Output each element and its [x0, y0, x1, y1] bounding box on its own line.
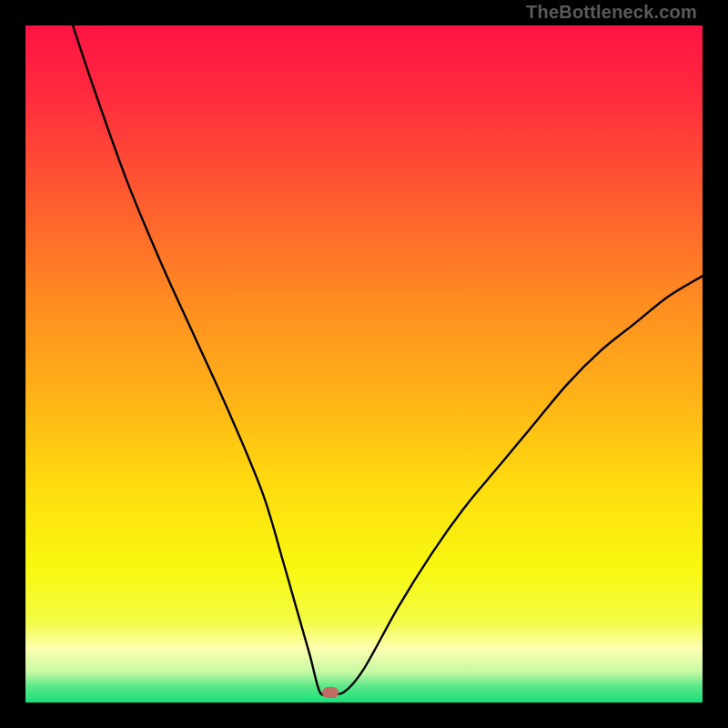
curve-layer: [25, 25, 703, 703]
optimum-marker: [322, 687, 339, 698]
chart-frame: TheBottleneck.com: [0, 0, 728, 728]
watermark-text: TheBottleneck.com: [526, 2, 697, 23]
bottleneck-curve: [73, 25, 703, 695]
plot-area: [25, 25, 703, 703]
